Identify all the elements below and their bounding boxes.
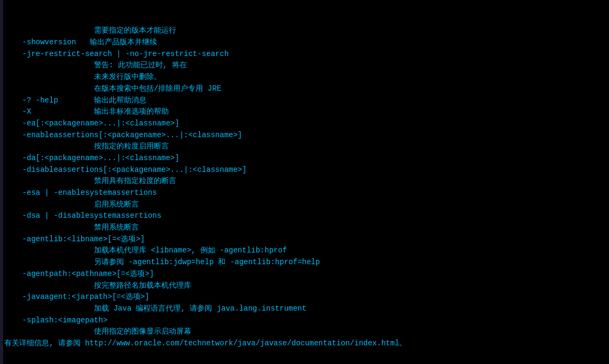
terminal-line: 警告: 此功能已过时, 将在 — [4, 60, 605, 72]
terminal-line: -jre-restrict-search | -no-jre-restrict-… — [4, 49, 605, 60]
terminal-line: -disableassertions[:<packagename>...|:<c… — [4, 164, 605, 176]
terminal-window: 需要指定的版本才能运行 -showversion 输出产品版本并继续 -jre-… — [0, 0, 609, 364]
terminal-line: -javaagent:<jarpath>[=<选项>] — [4, 291, 605, 303]
sidebar-decoration — [0, 0, 3, 364]
terminal-line: 禁用具有指定粒度的断言 — [4, 176, 605, 187]
terminal-line: 有关详细信息, 请参阅 http://www.oracle.com/techne… — [4, 338, 605, 350]
terminal-line: 在版本搜索中包括/排除用户专用 JRE — [4, 83, 605, 95]
terminal-line: -showversion 输出产品版本并继续 — [4, 37, 605, 49]
terminal-line: -esa | -enablesystemassertions — [4, 187, 605, 199]
terminal-line: 禁用系统断言 — [4, 222, 605, 234]
terminal-line: 未来发行版中删除。 — [4, 72, 605, 83]
terminal-line: -dsa | -disablesystemassertions — [4, 210, 605, 222]
terminal-line: 另请参阅 -agentlib:jdwp=help 和 -agentlib:hpr… — [4, 257, 605, 268]
terminal-line: 按指定的粒度启用断言 — [4, 141, 605, 153]
terminal-line: -splash:<imagepath> — [4, 315, 605, 327]
terminal-line: 使用指定的图像显示启动屏幕 — [4, 326, 605, 338]
terminal-line: -agentlib:<libname>[=<选项>] — [4, 234, 605, 246]
terminal-line: 加载本机代理库 <libname>, 例如 -agentlib:hprof — [4, 245, 605, 257]
terminal-line: 需要指定的版本才能运行 — [4, 25, 605, 37]
terminal-line: -da[:<packagename>...|:<classname>] — [4, 153, 605, 164]
terminal-line: 加载 Java 编程语言代理, 请参阅 java.lang.instrument — [4, 303, 605, 315]
terminal-line: 启用系统断言 — [4, 199, 605, 211]
terminal-output: 需要指定的版本才能运行 -showversion 输出产品版本并继续 -jre-… — [4, 2, 605, 350]
terminal-line: -ea[:<packagename>...|:<classname>] — [4, 118, 605, 130]
terminal-line: 按完整路径名加载本机代理库 — [4, 280, 605, 292]
terminal-line: -X 输出非标准选项的帮助 — [4, 106, 605, 118]
terminal-line: -? -help 输出此帮助消息 — [4, 95, 605, 107]
terminal-line: -enableassertions[:<packagename>...|:<cl… — [4, 130, 605, 141]
terminal-line: -agentpath:<pathname>[=<选项>] — [4, 268, 605, 280]
